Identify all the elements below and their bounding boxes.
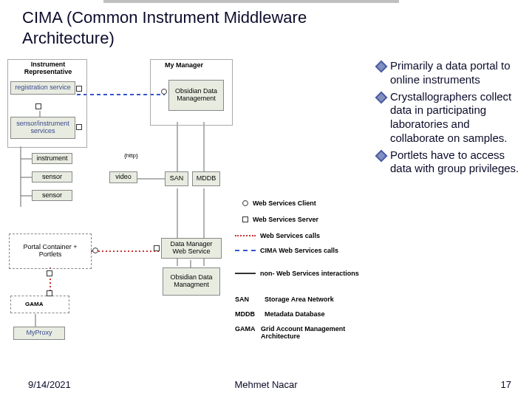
http-label: {http} bbox=[124, 152, 138, 159]
mddb-box: MDDB bbox=[192, 171, 220, 186]
footer-author: Mehmet Nacar bbox=[234, 379, 297, 390]
data-manager-box: Data Manager Web Service bbox=[161, 238, 222, 259]
ws-server-marker bbox=[76, 86, 82, 92]
bullet-text: Primarily a data portal to online instru… bbox=[390, 59, 525, 87]
slide-footer: 9/14/2021 Mehmet Nacar 17 bbox=[0, 379, 532, 390]
footer-date: 9/14/2021 bbox=[28, 379, 71, 390]
legend-key: MDDB bbox=[235, 310, 260, 318]
my-manager-label: My Manager bbox=[165, 61, 203, 69]
legend-key: GAMA bbox=[235, 325, 256, 332]
ws-server-marker bbox=[154, 245, 160, 251]
bullet-item: Primarily a data portal to online instru… bbox=[377, 59, 525, 87]
diamond-bullet-icon bbox=[375, 61, 388, 73]
legend-non-ws: non- Web Services interactions bbox=[235, 270, 361, 277]
footer-page: 17 bbox=[501, 379, 511, 390]
portal-box: Portal Container + Portlets bbox=[13, 238, 87, 265]
ws-client-marker bbox=[92, 248, 98, 253]
video-box: video bbox=[109, 171, 137, 183]
architecture-diagram: Instrument Representative registration s… bbox=[6, 59, 361, 358]
legend-ws-server: Web Services Server bbox=[242, 216, 318, 223]
myproxy-box: MyProxy bbox=[13, 327, 65, 340]
ws-server-marker bbox=[47, 290, 52, 296]
bullet-text: Crystallographers collect data in partic… bbox=[390, 90, 525, 146]
instrument-box: instrument bbox=[32, 153, 72, 164]
legend-text: Grid Account Management Architecture bbox=[261, 325, 368, 340]
bullet-item: Portlets have to access data with group … bbox=[377, 149, 525, 177]
legend-mddb: MDDB Metadata Database bbox=[235, 310, 325, 318]
legend-text: Metadata Database bbox=[265, 310, 325, 318]
legend-gama: GAMA Grid Account Management Architectur… bbox=[235, 325, 368, 340]
legend-cima-calls: CIMA Web Services calls bbox=[235, 247, 361, 254]
san-box: SAN bbox=[165, 171, 188, 186]
legend-ws-calls: Web Services calls bbox=[235, 232, 320, 239]
legend-text: Web Services Server bbox=[253, 216, 318, 223]
bullet-item: Crystallographers collect data in partic… bbox=[377, 90, 525, 146]
sensor-box-2: sensor bbox=[32, 190, 72, 201]
bullet-list: Primarily a data portal to online instru… bbox=[377, 59, 525, 179]
diamond-bullet-icon bbox=[375, 91, 388, 103]
bullet-text: Portlets have to access data with group … bbox=[390, 149, 525, 177]
ws-client-marker bbox=[161, 89, 167, 95]
ws-server-marker bbox=[35, 103, 41, 109]
legend-text: non- Web Services interactions bbox=[260, 270, 359, 277]
sensor-services-box: sensor/instrument services bbox=[10, 117, 75, 139]
legend-key: SAN bbox=[235, 296, 260, 303]
legend-text: Web Services Client bbox=[253, 200, 316, 207]
ws-server-marker bbox=[76, 124, 82, 130]
legend-text: Web Services calls bbox=[260, 232, 320, 239]
slide-title: CIMA (Common Instrument Middleware Archi… bbox=[22, 7, 392, 48]
obsidian-bottom-box: Obsidian Data Managment bbox=[163, 267, 220, 296]
diamond-bullet-icon bbox=[375, 149, 388, 162]
gama-box: GAMA bbox=[25, 301, 43, 307]
legend-text: Storage Area Network bbox=[265, 296, 334, 303]
instrument-rep-label: Instrument Representative bbox=[22, 61, 74, 75]
ws-server-marker bbox=[47, 270, 52, 276]
legend-text: CIMA Web Services calls bbox=[260, 247, 338, 254]
obsidian-top-box: Obsidian Data Management bbox=[168, 80, 224, 111]
legend-ws-client: Web Services Client bbox=[242, 200, 316, 207]
sensor-box-1: sensor bbox=[32, 171, 72, 183]
legend-san: SAN Storage Area Network bbox=[235, 296, 334, 303]
registration-service-box: registration service bbox=[10, 81, 75, 95]
header-accent bbox=[103, 0, 399, 3]
